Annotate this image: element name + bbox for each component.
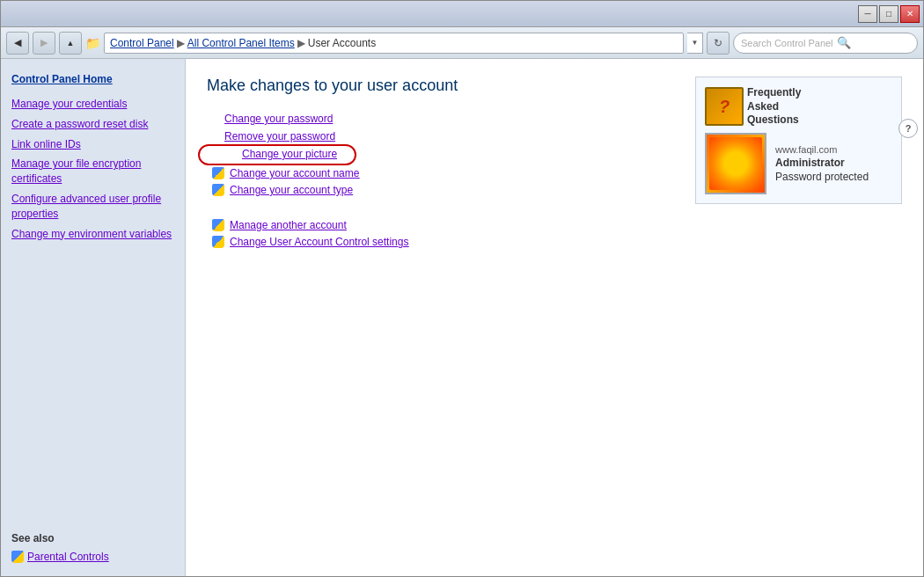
shield-icon-uac	[212, 236, 224, 248]
change-picture-link[interactable]: Change your picture	[242, 148, 902, 160]
sidebar-home-link[interactable]: Control Panel Home	[1, 69, 185, 94]
sidebar-item-file-encryption[interactable]: Manage your file encryption certificates	[1, 154, 185, 189]
shield-icon-account-name	[212, 167, 224, 179]
faq-block: ? Frequently Asked Questions	[705, 86, 892, 128]
sidebar-item-parental-controls[interactable]: Parental Controls	[1, 548, 185, 566]
back-button[interactable]: ◀	[6, 32, 29, 55]
user-avatar	[705, 133, 766, 194]
content-area: Make changes to your user account Change…	[186, 59, 923, 576]
search-input-text: Search Control Panel	[741, 38, 833, 48]
avatar-image	[709, 137, 762, 190]
manage-another-account-link[interactable]: Manage another account	[230, 219, 347, 231]
search-icon[interactable]: 🔍	[837, 36, 851, 49]
uac-settings-link[interactable]: Change User Account Control settings	[230, 236, 408, 248]
minimize-button[interactable]: ─	[858, 5, 877, 23]
breadcrumb-sep-1: ▶	[177, 37, 185, 49]
change-account-name-link[interactable]: Change your account name	[230, 167, 359, 179]
see-also-heading: See also	[1, 525, 185, 548]
user-details-row: www.faqil.com Administrator Password pro…	[705, 133, 892, 194]
help-button[interactable]: ?	[898, 119, 918, 138]
manage-another-account-row: Manage another account	[212, 219, 902, 231]
address-bar: ◀ ▶ ▲ 📁 Change your password Control Pan…	[1, 27, 923, 59]
sidebar-item-link-online-ids[interactable]: Link online IDs	[1, 135, 185, 155]
breadcrumb-current: User Accounts	[308, 37, 376, 49]
search-bar[interactable]: Search Control Panel 🔍	[733, 33, 918, 54]
content-relative-wrapper: Make changes to your user account Change…	[207, 77, 902, 248]
sidebar: Control Panel Home Manage your credentia…	[1, 59, 186, 576]
folder-icon: 📁	[85, 36, 100, 50]
main-area: Control Panel Home Manage your credentia…	[1, 59, 923, 576]
breadcrumb-sep-2: ▶	[297, 37, 305, 49]
title-bar: ─ □ ✕	[1, 1, 923, 27]
main-window: ─ □ ✕ ◀ ▶ ▲ 📁 Change your password Contr…	[0, 0, 924, 577]
close-button[interactable]: ✕	[900, 5, 920, 23]
forward-button[interactable]: ▶	[33, 32, 55, 55]
breadcrumb: Change your password Control Panel ▶ All…	[104, 33, 684, 54]
breadcrumb-cp[interactable]: Control Panel	[110, 37, 174, 49]
breadcrumb-dropdown-button[interactable]: ▼	[687, 33, 703, 54]
user-info-card: ? Frequently Asked Questions ww	[695, 77, 902, 204]
refresh-button[interactable]: ↻	[707, 32, 730, 55]
sidebar-item-password-reset[interactable]: Create a password reset disk	[1, 114, 185, 135]
change-account-type-link[interactable]: Change your account type	[230, 184, 353, 196]
uac-settings-row: Change User Account Control settings	[212, 236, 902, 248]
faq-text: Frequently Asked Questions	[747, 86, 801, 128]
parental-controls-label: Parental Controls	[27, 551, 109, 563]
user-account-status: Password protected	[775, 171, 869, 183]
faq-icon: ?	[705, 87, 744, 126]
shield-icon-account-type	[212, 184, 224, 196]
sidebar-item-advanced-profile[interactable]: Configure advanced user profile properti…	[1, 189, 185, 224]
up-button[interactable]: ▲	[59, 32, 82, 55]
sidebar-item-manage-credentials[interactable]: Manage your credentials	[1, 94, 185, 114]
shield-icon-manage-account	[212, 219, 224, 231]
window-controls: ─ □ ✕	[858, 5, 920, 23]
maximize-button[interactable]: □	[879, 5, 898, 23]
sidebar-item-environment-vars[interactable]: Change my environment variables	[1, 224, 185, 245]
breadcrumb-all-items[interactable]: All Control Panel Items	[187, 37, 295, 49]
shield-icon	[11, 551, 24, 563]
